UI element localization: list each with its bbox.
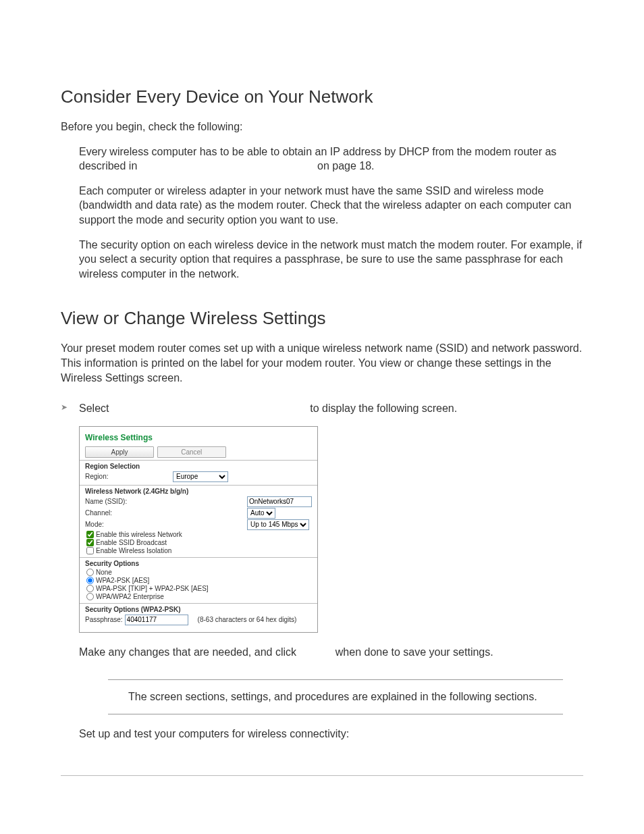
enable-isolation-label: Enable Wireless Isolation: [96, 547, 171, 554]
heading-view-change: View or Change Wireless Settings: [61, 308, 583, 329]
passphrase-label: Passphrase:: [85, 616, 123, 623]
ws-title: Wireless Settings: [80, 427, 317, 442]
region-selection-header: Region Selection: [85, 463, 312, 470]
enable-isolation-checkbox[interactable]: [86, 547, 94, 554]
security-none-radio[interactable]: [86, 569, 94, 576]
heading-consider: Consider Every Device on Your Network: [61, 86, 583, 107]
wireless-settings-screenshot: Wireless Settings Apply Cancel Region Se…: [79, 426, 318, 633]
mode-label: Mode:: [85, 521, 247, 528]
bullet-security: The security option on each wireless dev…: [79, 238, 583, 282]
security-aes-label: WPA2-PSK [AES]: [96, 577, 149, 584]
arrow-icon: ➤: [61, 402, 68, 412]
security-none-label: None: [96, 569, 112, 576]
security-mixed-label: WPA-PSK [TKIP] + WPA2-PSK [AES]: [96, 585, 209, 592]
step-apply-b: when done to save your settings.: [336, 646, 493, 658]
ssid-input[interactable]: [247, 496, 312, 507]
bullet-ssid: Each computer or wireless adapter in you…: [79, 184, 583, 228]
enable-network-label: Enable this wireless Network: [96, 531, 182, 538]
enable-ssid-label: Enable SSID Broadcast: [96, 539, 167, 546]
security-mixed-radio[interactable]: [86, 585, 94, 592]
ssid-label: Name (SSID):: [85, 498, 247, 505]
step-select-b: to display the following screen.: [310, 402, 457, 414]
paragraph-preset: Your preset modem router comes set up wi…: [61, 341, 583, 385]
security-options-header: Security Options: [85, 560, 312, 567]
note-box: The screen sections, settings, and proce…: [108, 679, 563, 714]
security-aes-radio[interactable]: [86, 577, 94, 584]
step-apply-a: Make any changes that are needed, and cl…: [79, 646, 296, 658]
security-enterprise-label: WPA/WPA2 Enterprise: [96, 593, 164, 600]
enable-network-checkbox[interactable]: [86, 531, 94, 538]
security-enterprise-radio[interactable]: [86, 593, 94, 600]
apply-button[interactable]: Apply: [85, 446, 154, 458]
step-select-a: Select: [79, 402, 109, 414]
note-text: The screen sections, settings, and proce…: [128, 689, 563, 704]
passphrase-hint: (8-63 characters or 64 hex digits): [198, 616, 297, 623]
footer-rule: [61, 775, 583, 776]
region-label: Region:: [85, 473, 173, 480]
step-apply: Make any changes that are needed, and cl…: [79, 645, 583, 660]
paragraph-setup-test: Set up and test your computers for wirel…: [79, 727, 583, 741]
passphrase-input[interactable]: [125, 615, 188, 625]
step-select: Select to display the following screen.: [79, 401, 583, 416]
bullet-dhcp: Every wireless computer has to be able t…: [79, 145, 583, 174]
wireless-network-header: Wireless Network (2.4GHz b/g/n): [85, 488, 312, 495]
bullet-dhcp-b: on page 18.: [317, 160, 375, 172]
mode-select[interactable]: Up to 145 Mbps: [247, 519, 309, 530]
cancel-button[interactable]: Cancel: [157, 446, 226, 458]
paragraph-before: Before you begin, check the following:: [61, 120, 583, 134]
enable-ssid-checkbox[interactable]: [86, 539, 94, 546]
channel-select[interactable]: Auto: [247, 508, 275, 519]
channel-label: Channel:: [85, 509, 247, 517]
security-wpa2psk-header: Security Options (WPA2-PSK): [85, 606, 312, 613]
region-select[interactable]: Europe: [173, 471, 228, 482]
